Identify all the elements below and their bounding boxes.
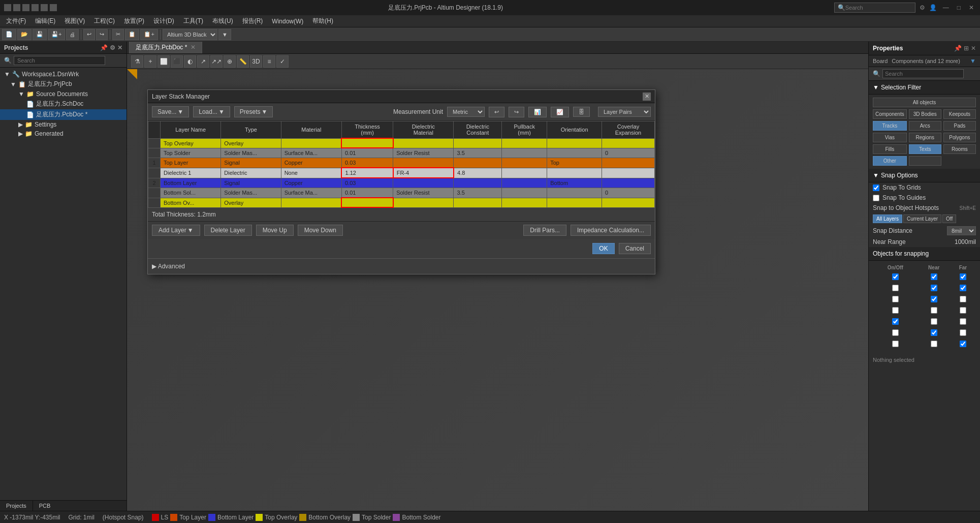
- panel-close-icon[interactable]: ✕: [117, 44, 122, 51]
- tree-pcbdoc[interactable]: 📄 足底压力.PcbDoc *: [0, 109, 127, 120]
- layer-thickness-cell[interactable]: 0.03: [341, 178, 393, 188]
- off-snap-button[interactable]: Off: [942, 214, 956, 223]
- arcs-filter-button[interactable]: Arcs: [909, 121, 941, 131]
- snapping-on-checkbox-4[interactable]: [892, 318, 899, 325]
- fanout-icon[interactable]: ⊕: [224, 55, 236, 68]
- layer-type-cell[interactable]: Signal: [221, 158, 281, 168]
- 3d-icon[interactable]: 3D: [250, 55, 262, 68]
- layer-coverlay-cell[interactable]: [602, 158, 654, 168]
- theme-select[interactable]: Altium 3D Black: [163, 29, 217, 40]
- layer-name-cell[interactable]: Bottom Ov...: [161, 198, 221, 207]
- snapping-near-checkbox-3[interactable]: [931, 307, 937, 314]
- measurement-unit-select[interactable]: Metric Imperial: [447, 107, 485, 117]
- snapping-on-checkbox-5[interactable]: [892, 329, 899, 336]
- snapping-near-checkbox-5[interactable]: [931, 329, 937, 336]
- drill-pairs-button[interactable]: Drill Pars...: [523, 225, 566, 236]
- layer-thickness-cell[interactable]: 0.03: [341, 158, 393, 168]
- snapping-far-checkbox-3[interactable]: [960, 307, 966, 314]
- wire-icon[interactable]: ⬛: [171, 55, 183, 68]
- fills-filter-button[interactable]: Fills: [873, 144, 907, 154]
- measure-icon[interactable]: 📏: [237, 55, 249, 68]
- layer-orientation-cell[interactable]: [547, 198, 602, 207]
- menu-route[interactable]: 布线(U): [208, 16, 237, 26]
- layer-name-cell[interactable]: Top Overlay: [161, 138, 221, 148]
- other-filter-button[interactable]: Other: [873, 156, 907, 166]
- layer-type-cell[interactable]: Solder Mas...: [221, 188, 281, 198]
- regions-filter-button[interactable]: Regions: [909, 133, 941, 142]
- layer-coverlay-cell[interactable]: [602, 138, 654, 148]
- tree-project[interactable]: ▼ 📋 足底压力.PrjPcb: [0, 79, 127, 89]
- layer-dielectric-constant-cell[interactable]: [454, 158, 502, 168]
- layer-table-row[interactable]: Top SolderSolder Mas...Surface Ma...0.01…: [148, 148, 655, 158]
- pcbdoc-tab[interactable]: 足底压力.PcbDoc * ✕: [129, 42, 202, 53]
- filter-icon[interactable]: ⚗: [131, 55, 143, 68]
- layer-dielectric-material-cell[interactable]: FR-4: [393, 168, 454, 178]
- move-down-button[interactable]: Move Down: [298, 225, 343, 236]
- layer-table-row[interactable]: Top OverlayOverlay: [148, 138, 655, 148]
- layer-name-cell[interactable]: Dielectric 1: [161, 168, 221, 178]
- align-icon[interactable]: ≡: [263, 55, 275, 68]
- snapping-far-checkbox-5[interactable]: [960, 329, 966, 336]
- layer-thickness-cell[interactable]: 0.01: [341, 188, 393, 198]
- toolbar-save[interactable]: 💾: [33, 29, 47, 40]
- 3d-bodies-filter-button[interactable]: 3D Bodies: [909, 109, 941, 119]
- stack-view-button[interactable]: 📊: [528, 107, 547, 117]
- presets-button[interactable]: Presets ▼: [234, 106, 273, 117]
- vias-filter-button[interactable]: Vias: [873, 133, 907, 142]
- snap-distance-select[interactable]: 8mil 4mil 16mil: [947, 226, 976, 235]
- user-icon[interactable]: 👤: [929, 4, 937, 11]
- toolbar-redo[interactable]: ↪: [96, 29, 108, 40]
- panel-settings-icon[interactable]: ⚙: [110, 44, 115, 51]
- snapping-on-checkbox-2[interactable]: [892, 296, 899, 302]
- snapping-near-checkbox-6[interactable]: [931, 341, 937, 347]
- tab-close-icon[interactable]: ✕: [191, 44, 196, 51]
- layer-dielectric-material-cell[interactable]: [393, 138, 454, 148]
- projects-tab[interactable]: Projects: [0, 501, 33, 511]
- minimize-button[interactable]: —: [941, 4, 951, 11]
- snapping-near-checkbox-0[interactable]: [931, 273, 937, 280]
- layer-dielectric-material-cell[interactable]: Solder Resist: [393, 188, 454, 198]
- properties-pin-icon[interactable]: 📌: [954, 45, 962, 52]
- current-layer-snap-button[interactable]: Current Layer: [903, 214, 941, 223]
- rooms-filter-button[interactable]: Rooms: [943, 144, 976, 154]
- snap-to-guides-checkbox[interactable]: [873, 195, 879, 201]
- layer-pullback-cell[interactable]: [502, 138, 547, 148]
- maximize-button[interactable]: □: [955, 4, 963, 11]
- tree-schdoc[interactable]: 📄 足底压力.SchDoc: [0, 99, 127, 109]
- layer-orientation-cell[interactable]: [547, 168, 602, 178]
- tree-settings[interactable]: ▶ 📁 Settings: [0, 120, 127, 129]
- components-filter-button[interactable]: Components: [873, 109, 907, 119]
- properties-close-icon[interactable]: ✕: [971, 45, 976, 52]
- selection-filter-header[interactable]: ▼ Selection Filter: [869, 81, 980, 95]
- layer-type-cell[interactable]: Signal: [221, 178, 281, 188]
- layer-dielectric-constant-cell[interactable]: [454, 178, 502, 188]
- all-layers-snap-button[interactable]: All Layers: [873, 214, 902, 223]
- layer-dielectric-constant-cell[interactable]: 3.5: [454, 188, 502, 198]
- select-icon[interactable]: ⬜: [157, 55, 170, 68]
- layer-dielectric-material-cell[interactable]: Solder Resist: [393, 148, 454, 158]
- layer-table-row[interactable]: 2Bottom LayerSignalCopper0.03Bottom: [148, 178, 655, 188]
- tree-source-docs[interactable]: ▼ 📁 Source Documents: [0, 89, 127, 99]
- toolbar-paste[interactable]: 📋+: [140, 29, 157, 40]
- snapping-far-checkbox-1[interactable]: [960, 285, 966, 291]
- layer-name-cell[interactable]: Bottom Layer: [161, 178, 221, 188]
- layer-type-cell[interactable]: Overlay: [221, 198, 281, 207]
- snapping-far-checkbox-6[interactable]: [960, 341, 966, 347]
- properties-expand-icon[interactable]: ⊞: [964, 45, 969, 52]
- layer-dielectric-constant-cell[interactable]: [454, 198, 502, 207]
- drc-icon[interactable]: ✓: [276, 55, 289, 68]
- layer-pullback-cell[interactable]: [502, 168, 547, 178]
- toolbar-undo[interactable]: ↩: [83, 29, 95, 40]
- theme-dropdown[interactable]: ▼: [218, 29, 231, 40]
- settings-icon[interactable]: ⚙: [920, 4, 925, 11]
- layer-name-cell[interactable]: Top Solder: [161, 148, 221, 158]
- layer-orientation-cell[interactable]: [547, 138, 602, 148]
- layer-material-cell[interactable]: Copper: [281, 178, 341, 188]
- save-button[interactable]: Save... ▼: [152, 106, 189, 117]
- snapping-far-checkbox-2[interactable]: [960, 296, 966, 302]
- layer-material-cell[interactable]: Copper: [281, 158, 341, 168]
- pcb-tab[interactable]: PCB: [33, 501, 57, 511]
- layer-table-row[interactable]: 1Top LayerSignalCopper0.03Top: [148, 158, 655, 168]
- menu-view[interactable]: 视图(V): [60, 16, 89, 26]
- layer-thickness-cell[interactable]: [341, 198, 393, 207]
